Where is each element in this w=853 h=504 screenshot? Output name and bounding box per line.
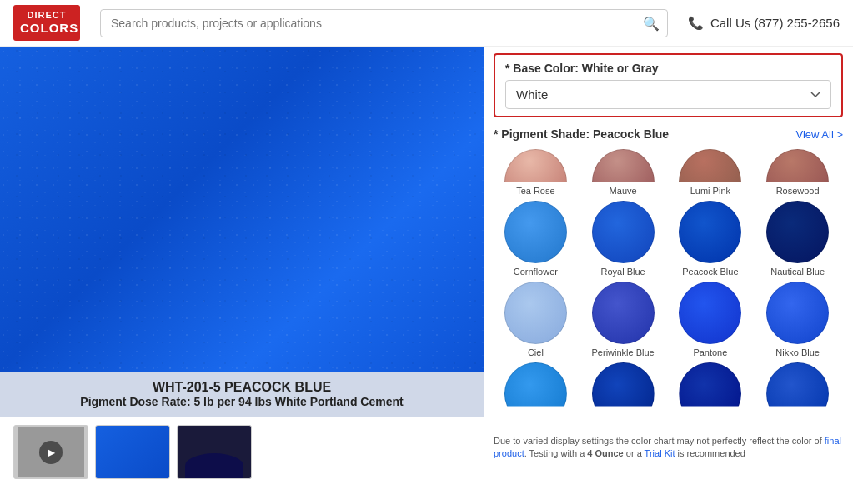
phone-icon: 📞: [688, 16, 704, 30]
product-dose: Pigment Dose Rate: 5 lb per 94 lbs White…: [13, 395, 470, 408]
color-name: Nautical Blue: [770, 267, 825, 277]
color-item-peacock-blue[interactable]: Peacock Blue: [669, 201, 753, 277]
search-icon[interactable]: 🔍: [643, 15, 660, 31]
view-all-link[interactable]: View All >: [796, 128, 844, 141]
thumb-powder[interactable]: [177, 425, 252, 479]
color-item-12[interactable]: [494, 362, 578, 428]
header: DIRECT COLORS 🔍 📞 Call Us (877) 255-2656: [0, 0, 853, 47]
color-swatch: [766, 282, 829, 344]
color-item-nikko-blue[interactable]: Nikko Blue: [755, 282, 840, 357]
product-image: [0, 47, 484, 372]
color-name: Ciel: [528, 347, 544, 357]
color-item-14[interactable]: [669, 362, 753, 428]
color-swatch: [592, 362, 655, 425]
thumb-video[interactable]: ▶: [13, 425, 88, 479]
base-color-label: * Base Color: White or Gray: [505, 62, 831, 75]
play-button[interactable]: ▶: [39, 441, 63, 464]
call-us[interactable]: 📞 Call Us (877) 255-2656: [688, 16, 840, 31]
color-item-15[interactable]: [755, 362, 840, 428]
4-ounce-link[interactable]: 4 Ounce: [587, 448, 623, 458]
color-swatch: [592, 282, 655, 344]
color-swatch: [592, 149, 655, 182]
right-panel: * Base Color: White or Gray White Gray *…: [484, 47, 853, 504]
color-item-mauve[interactable]: Mauve: [581, 149, 665, 196]
color-swatch: [679, 149, 741, 182]
color-name: Pantone: [693, 347, 727, 357]
color-swatch: [504, 282, 567, 344]
color-grid: Tea RoseMauveLumi PinkRosewoodCornflower…: [494, 149, 843, 428]
search-input[interactable]: [100, 9, 668, 37]
main-content: WHT-201-5 PEACOCK BLUE Pigment Dose Rate…: [0, 47, 853, 504]
disclaimer: Due to varied display settings the color…: [494, 435, 843, 461]
color-item-cornflower[interactable]: Cornflower: [494, 201, 578, 277]
color-name: Nikko Blue: [775, 347, 820, 357]
left-panel: WHT-201-5 PEACOCK BLUE Pigment Dose Rate…: [0, 47, 484, 504]
color-swatch: [766, 149, 829, 182]
color-name: Lumi Pink: [690, 186, 730, 196]
pigment-shade-label: * Pigment Shade: Peacock Blue: [494, 127, 669, 141]
color-name: Peacock Blue: [682, 267, 738, 277]
color-item-periwinkle-blue[interactable]: Periwinkle Blue: [581, 282, 665, 357]
color-name: Royal Blue: [601, 267, 645, 277]
color-swatch: [592, 201, 655, 263]
product-sku: WHT-201-5 PEACOCK BLUE: [13, 380, 470, 395]
product-label: WHT-201-5 PEACOCK BLUE Pigment Dose Rate…: [0, 372, 484, 417]
pigment-shade-section: * Pigment Shade: Peacock Blue View All >…: [494, 127, 843, 461]
color-name: Cornflower: [514, 267, 558, 277]
logo-line2: COLORS: [20, 21, 73, 36]
logo[interactable]: DIRECT COLORS: [13, 5, 80, 41]
thumb-blue[interactable]: [95, 425, 170, 479]
color-swatch: [766, 362, 829, 425]
color-swatch: [679, 362, 741, 425]
base-color-select[interactable]: White Gray: [505, 80, 831, 109]
color-item-rosewood[interactable]: Rosewood: [755, 149, 840, 196]
color-item-ciel[interactable]: Ciel: [494, 282, 578, 357]
thumbnail-strip: ▶: [0, 417, 484, 487]
color-swatch: [679, 201, 741, 263]
color-name: Tea Rose: [516, 186, 554, 196]
color-swatch: [504, 362, 567, 425]
logo-line1: DIRECT: [20, 10, 73, 21]
color-item-lumi-pink[interactable]: Lumi Pink: [669, 149, 753, 196]
color-item-13[interactable]: [581, 362, 665, 428]
base-color-section: * Base Color: White or Gray White Gray: [494, 53, 843, 117]
color-item-tea-rose[interactable]: Tea Rose: [494, 149, 578, 196]
color-item-nautical-blue[interactable]: Nautical Blue: [755, 201, 840, 277]
color-item-royal-blue[interactable]: Royal Blue: [581, 201, 665, 277]
color-swatch: [766, 201, 829, 263]
color-name: Periwinkle Blue: [592, 347, 655, 357]
color-swatch: [679, 282, 741, 344]
color-swatch: [504, 201, 567, 263]
color-swatch: [504, 149, 567, 182]
trial-kit-link[interactable]: Trial Kit: [645, 448, 675, 458]
pigment-shade-header: * Pigment Shade: Peacock Blue View All >: [494, 127, 843, 141]
color-name: Rosewood: [776, 186, 820, 196]
color-item-pantone[interactable]: Pantone: [669, 282, 753, 357]
color-name: Mauve: [610, 186, 637, 196]
search-bar: 🔍: [100, 9, 668, 37]
